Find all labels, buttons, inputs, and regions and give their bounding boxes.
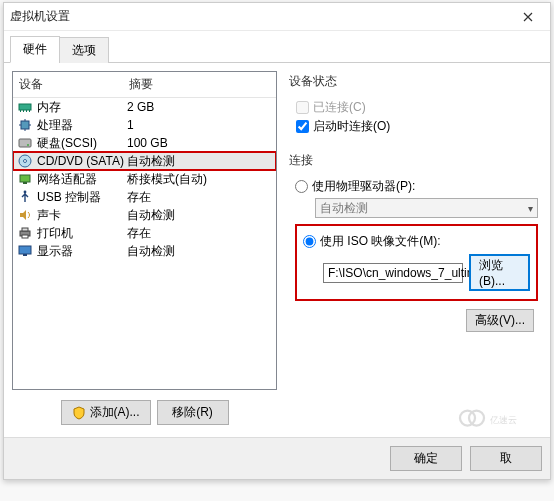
shield-add-icon xyxy=(72,406,86,420)
connected-checkbox-row: 已连接(C) xyxy=(296,99,537,116)
hw-device-label: CD/DVD (SATA) xyxy=(37,154,127,168)
ok-button[interactable]: 确定 xyxy=(390,446,462,471)
use-iso-label: 使用 ISO 映像文件(M): xyxy=(320,233,441,250)
svg-rect-15 xyxy=(22,235,28,238)
monitor-icon xyxy=(17,243,33,259)
nic-icon xyxy=(17,171,33,187)
use-iso-radio[interactable] xyxy=(303,235,316,248)
svg-rect-4 xyxy=(29,110,30,112)
hw-row-nic[interactable]: 网络适配器 桥接模式(自动) xyxy=(13,170,276,188)
hw-summary-label: 自动检测 xyxy=(127,243,272,260)
window-title: 虚拟机设置 xyxy=(10,8,512,25)
hw-summary-label: 存在 xyxy=(127,225,272,242)
printer-icon xyxy=(17,225,33,241)
col-device: 设备 xyxy=(13,72,123,97)
cpu-icon xyxy=(17,117,33,133)
use-iso-radio-row[interactable]: 使用 ISO 映像文件(M): xyxy=(303,233,530,250)
iso-highlight-box: 使用 ISO 映像文件(M): F:\ISO\cn_windows_7_ulti… xyxy=(295,224,538,301)
hw-device-label: USB 控制器 xyxy=(37,189,127,206)
col-summary: 摘要 xyxy=(123,72,276,97)
svg-rect-0 xyxy=(19,104,31,110)
hw-row-printer[interactable]: 打印机 存在 xyxy=(13,224,276,242)
hw-summary-label: 自动检测 xyxy=(127,153,272,170)
svg-rect-5 xyxy=(21,121,29,129)
power-on-connect-row[interactable]: 启动时连接(O) xyxy=(296,118,537,135)
hw-device-label: 硬盘(SCSI) xyxy=(37,135,127,152)
memory-icon xyxy=(17,99,33,115)
iso-path-value: F:\ISO\cn_windows_7_ultin xyxy=(328,266,473,280)
power-on-connect-checkbox[interactable] xyxy=(296,120,309,133)
iso-path-combo[interactable]: F:\ISO\cn_windows_7_ultin ▾ xyxy=(323,263,463,283)
hw-summary-label: 1 xyxy=(127,118,272,132)
svg-point-7 xyxy=(27,144,29,146)
add-hardware-button[interactable]: 添加(A)... xyxy=(61,400,151,425)
tab-strip: 硬件 选项 xyxy=(4,31,550,63)
hw-device-label: 网络适配器 xyxy=(37,171,127,188)
hw-device-label: 显示器 xyxy=(37,243,127,260)
hw-row-cpu[interactable]: 处理器 1 xyxy=(13,116,276,134)
hw-summary-label: 自动检测 xyxy=(127,207,272,224)
chevron-down-icon: ▾ xyxy=(528,203,533,214)
connected-label: 已连接(C) xyxy=(313,99,366,116)
power-on-connect-label: 启动时连接(O) xyxy=(313,118,390,135)
browse-button[interactable]: 浏览(B)... xyxy=(469,254,530,291)
svg-rect-1 xyxy=(20,110,21,112)
hw-row-cddvd[interactable]: CD/DVD (SATA) 自动检测 xyxy=(13,152,276,170)
svg-rect-11 xyxy=(23,182,27,184)
hw-row-display[interactable]: 显示器 自动检测 xyxy=(13,242,276,260)
svg-point-12 xyxy=(24,191,27,194)
usb-icon xyxy=(17,189,33,205)
use-physical-label: 使用物理驱动器(P): xyxy=(312,178,415,195)
hw-summary-label: 桥接模式(自动) xyxy=(127,171,272,188)
close-icon xyxy=(523,12,533,22)
tab-hardware[interactable]: 硬件 xyxy=(10,36,60,63)
hw-row-usb[interactable]: USB 控制器 存在 xyxy=(13,188,276,206)
svg-rect-3 xyxy=(26,110,27,112)
hardware-list[interactable]: 设备 摘要 内存 2 GB 处理器 1 xyxy=(12,71,277,390)
advanced-button[interactable]: 高级(V)... xyxy=(466,309,534,332)
svg-rect-17 xyxy=(23,254,27,256)
svg-rect-2 xyxy=(23,110,24,112)
physical-drive-combo: 自动检测 ▾ xyxy=(315,198,538,218)
cd-icon xyxy=(17,153,33,169)
hw-summary-label: 2 GB xyxy=(127,100,272,114)
physical-drive-value: 自动检测 xyxy=(320,200,368,217)
hw-device-label: 声卡 xyxy=(37,207,127,224)
dialog-footer: 确定 取 xyxy=(4,437,550,479)
add-button-label: 添加(A)... xyxy=(90,404,140,421)
svg-rect-14 xyxy=(22,228,28,231)
svg-point-9 xyxy=(24,160,27,163)
hw-summary-label: 100 GB xyxy=(127,136,272,150)
hw-row-disk[interactable]: 硬盘(SCSI) 100 GB xyxy=(13,134,276,152)
hw-summary-label: 存在 xyxy=(127,189,272,206)
device-status-title: 设备状态 xyxy=(289,73,538,90)
tab-options[interactable]: 选项 xyxy=(59,37,109,63)
connection-title: 连接 xyxy=(289,152,538,169)
hardware-list-header: 设备 摘要 xyxy=(13,72,276,98)
connected-checkbox xyxy=(296,101,309,114)
hw-device-label: 处理器 xyxy=(37,117,127,134)
hw-device-label: 内存 xyxy=(37,99,127,116)
close-button[interactable] xyxy=(512,6,544,28)
svg-rect-10 xyxy=(20,175,30,182)
hw-row-memory[interactable]: 内存 2 GB xyxy=(13,98,276,116)
use-physical-radio[interactable] xyxy=(295,180,308,193)
hw-device-label: 打印机 xyxy=(37,225,127,242)
use-physical-radio-row[interactable]: 使用物理驱动器(P): xyxy=(295,178,538,195)
cancel-button[interactable]: 取 xyxy=(470,446,542,471)
hw-row-sound[interactable]: 声卡 自动检测 xyxy=(13,206,276,224)
svg-rect-6 xyxy=(19,139,31,147)
remove-hardware-button[interactable]: 移除(R) xyxy=(157,400,229,425)
titlebar: 虚拟机设置 xyxy=(4,3,550,31)
sound-icon xyxy=(17,207,33,223)
svg-rect-16 xyxy=(19,246,31,254)
disk-icon xyxy=(17,135,33,151)
